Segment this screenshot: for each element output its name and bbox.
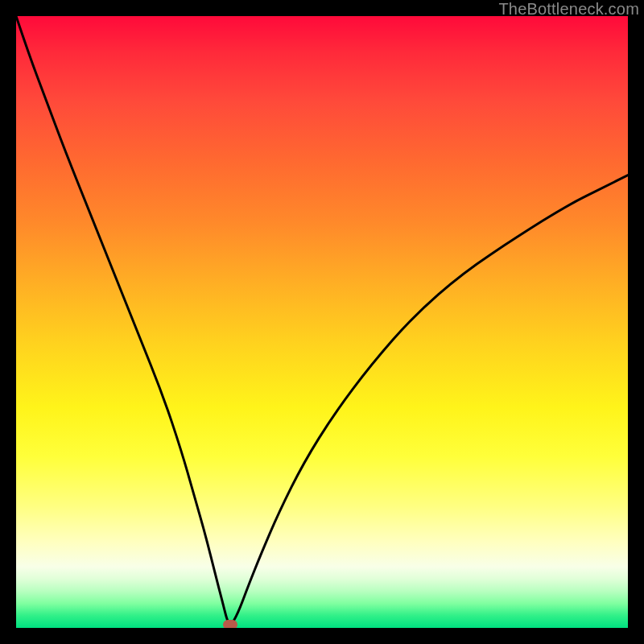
attribution-label: TheBottleneck.com xyxy=(498,0,639,19)
curve-svg xyxy=(16,16,628,628)
optimal-marker xyxy=(223,620,237,628)
plot-area xyxy=(16,16,628,628)
bottleneck-curve xyxy=(16,16,628,624)
chart-frame: TheBottleneck.com xyxy=(0,0,644,644)
